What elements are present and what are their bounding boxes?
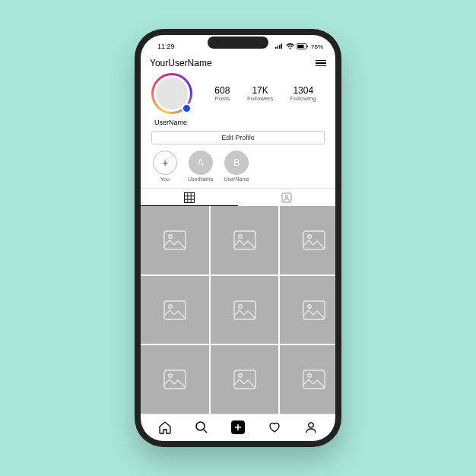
image-icon [301,367,327,392]
avatar[interactable] [151,73,192,114]
plus-square-icon [230,420,246,435]
image-icon [162,367,188,392]
display-name: UserName [141,117,335,131]
grid-icon [184,192,195,203]
plus-icon: + [153,151,177,175]
svg-point-23 [169,374,172,377]
svg-point-25 [238,374,241,377]
add-story-badge[interactable] [182,103,192,113]
home-icon [158,420,172,434]
stat-followers[interactable]: 17K Followers [247,85,273,102]
svg-rect-20 [303,301,325,319]
battery-percent: 78% [311,43,323,50]
search-icon [195,420,208,434]
svg-rect-14 [303,231,325,249]
svg-rect-22 [164,370,186,389]
highlight-item[interactable]: B UserName [224,151,249,182]
svg-rect-26 [303,370,325,389]
battery-icon [297,43,309,49]
tab-tagged[interactable] [238,189,335,206]
heart-icon [268,420,281,434]
profile-row: 608 Posts 17K Followers 1304 Following [141,73,335,117]
svg-point-33 [309,422,313,427]
post-thumbnail[interactable] [280,276,335,344]
svg-point-19 [238,304,241,307]
post-thumbnail[interactable] [280,206,335,274]
image-icon [232,297,258,323]
post-thumbnail[interactable] [280,345,335,414]
svg-rect-16 [164,301,186,319]
nav-create[interactable] [227,417,249,438]
post-thumbnail[interactable] [141,206,209,274]
content-tabs [141,188,335,206]
svg-rect-10 [164,231,186,249]
svg-rect-24 [234,370,255,389]
stat-posts[interactable]: 608 Posts [214,85,230,102]
svg-point-15 [308,235,311,238]
svg-line-29 [204,430,207,433]
profile-icon [304,420,318,434]
status-bar: 11:29 78% [141,35,335,55]
edit-profile-button[interactable]: Edit Profile [151,131,325,144]
posts-grid [141,206,335,414]
status-time: 11:29 [157,43,175,50]
image-icon [162,297,188,323]
image-icon [301,227,327,253]
image-icon [301,297,327,323]
svg-point-17 [169,304,172,307]
status-icons: 78% [275,43,323,50]
post-thumbnail[interactable] [211,345,279,414]
post-thumbnail[interactable] [141,345,209,414]
nav-profile[interactable] [300,417,322,438]
nav-search[interactable] [191,417,212,438]
svg-rect-12 [234,231,255,249]
bottom-nav [141,414,335,441]
post-thumbnail[interactable] [141,276,209,344]
svg-point-27 [308,374,311,377]
highlight-item[interactable]: A UserName [188,151,213,182]
svg-rect-1 [297,45,303,48]
svg-rect-18 [234,301,255,319]
svg-point-21 [308,304,311,307]
svg-point-11 [169,235,172,238]
post-thumbnail[interactable] [211,206,279,274]
stat-following[interactable]: 1304 Following [290,85,316,102]
nav-activity[interactable] [264,417,285,438]
profile-stats: 608 Posts 17K Followers 1304 Following [206,85,325,102]
profile-header: YourUserName [141,55,335,73]
svg-point-13 [238,235,241,238]
nav-home[interactable] [154,417,176,438]
signal-icon [275,43,284,49]
highlight-add[interactable]: + You [153,151,177,182]
tab-grid[interactable] [141,189,238,206]
header-username[interactable]: YourUserName [150,58,212,68]
image-icon [232,367,258,392]
svg-point-9 [285,195,288,198]
svg-point-28 [196,422,205,430]
image-icon [162,227,188,253]
svg-rect-2 [306,46,307,48]
wifi-icon [286,43,294,49]
tagged-icon [281,192,292,203]
image-icon [232,227,258,253]
svg-rect-3 [185,192,195,202]
highlights-row: + You A UserName B UserName [141,151,335,188]
phone-frame: 11:29 78% YourUserName 608 Posts 17K Fol… [135,29,341,447]
menu-icon[interactable] [316,60,326,67]
post-thumbnail[interactable] [211,276,279,344]
screen: 11:29 78% YourUserName 608 Posts 17K Fol… [141,35,335,441]
